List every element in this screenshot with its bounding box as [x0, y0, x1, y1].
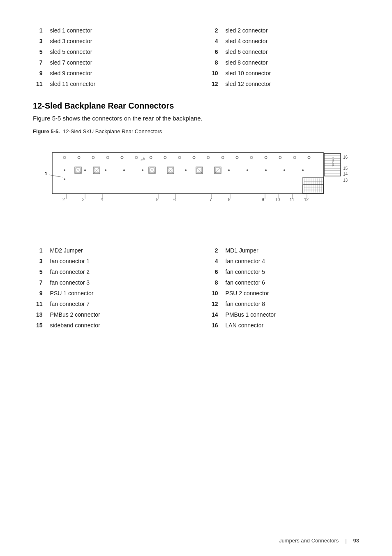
list-num: 11 [34, 79, 47, 89]
list-num: 1 [34, 246, 47, 255]
svg-point-1 [63, 156, 66, 159]
svg-text:1: 1 [45, 171, 47, 176]
svg-point-49 [142, 169, 143, 171]
svg-point-51 [228, 169, 230, 171]
list-label: fan connector 3 [48, 278, 183, 287]
list-label: sideband connector [48, 320, 183, 330]
bottom-connector-table: 1 MD2 Jumper 2 MD1 Jumper 3 fan connecto… [33, 245, 359, 331]
svg-text:13: 13 [343, 178, 348, 183]
svg-text:12: 12 [304, 197, 309, 202]
list-num: 10 [209, 288, 222, 298]
svg-point-7 [150, 156, 152, 159]
svg-point-50 [185, 169, 187, 171]
list-label: sled 10 connector [223, 68, 358, 78]
list-num: 2 [209, 246, 222, 255]
list-num: 8 [209, 278, 222, 287]
list-label: sled 9 connector [48, 68, 183, 78]
page-footer: Jumpers and Connectors | 93 [0, 537, 392, 544]
page-number: 93 [353, 537, 359, 544]
list-num: 6 [209, 47, 222, 57]
list-label: sled 11 connector [48, 79, 183, 89]
list-num: 12 [209, 299, 222, 309]
list-label: fan connector 8 [223, 299, 358, 309]
svg-text:2: 2 [62, 197, 65, 202]
svg-point-55 [302, 169, 304, 171]
svg-text:10: 10 [275, 197, 280, 202]
list-num: 7 [34, 278, 47, 287]
list-label: LAN connector [223, 320, 358, 330]
svg-point-48 [123, 169, 125, 171]
list-label: sled 3 connector [48, 36, 183, 46]
list-num: 7 [34, 58, 47, 67]
svg-point-18 [308, 156, 310, 159]
section-heading: 12-Sled Backplane Rear Connectors [33, 101, 359, 111]
list-num: 14 [209, 310, 222, 320]
list-num: 3 [34, 256, 47, 266]
svg-text:4: 4 [101, 197, 103, 202]
list-num: 15 [34, 320, 47, 330]
list-label: sled 8 connector [223, 58, 358, 67]
figure-caption: Figure 5-5. 12-Sled SKU Backplane Rear C… [33, 128, 359, 134]
svg-point-6 [135, 156, 138, 159]
intro-text: Figure 5-5 shows the connectors on the r… [33, 115, 359, 122]
svg-point-5 [121, 156, 123, 159]
list-label: fan connector 2 [48, 267, 183, 277]
svg-point-11 [207, 156, 210, 159]
svg-line-82 [49, 175, 62, 177]
svg-text:11: 11 [290, 197, 295, 202]
list-num: 5 [34, 267, 47, 277]
list-label: sled 6 connector [223, 47, 358, 57]
svg-text:HMERS: HMERS [332, 158, 334, 167]
list-label: fan connector 6 [223, 278, 358, 287]
svg-point-17 [293, 156, 296, 159]
list-num: 2 [209, 25, 222, 35]
list-num: 11 [34, 299, 47, 309]
list-label: sled 7 connector [48, 58, 183, 67]
list-label: fan connector 7 [48, 299, 183, 309]
list-num: 1 [34, 25, 47, 35]
list-label: PSU 2 connector [223, 288, 358, 298]
list-label: sled 1 connector [48, 25, 183, 35]
list-label: PMBus 2 connector [48, 310, 183, 320]
svg-point-8 [164, 156, 166, 159]
svg-point-2 [78, 156, 80, 159]
list-num: 5 [34, 47, 47, 57]
footer-text: Jumpers and Connectors [279, 537, 339, 544]
top-connector-table: 1 sled 1 connector 2 sled 2 connector 3 … [33, 25, 359, 90]
list-num: 3 [34, 36, 47, 46]
list-label: fan connector 4 [223, 256, 358, 266]
figure-container: Top [33, 140, 359, 235]
list-num: 6 [209, 267, 222, 277]
svg-text:9: 9 [262, 197, 264, 202]
list-num: 4 [209, 36, 222, 46]
svg-text:Top: Top [140, 157, 146, 162]
svg-point-12 [221, 156, 224, 159]
svg-point-10 [193, 156, 195, 159]
list-num: 13 [34, 310, 47, 320]
svg-point-45 [64, 178, 65, 180]
list-label: MD1 Jumper [223, 246, 358, 255]
svg-point-44 [64, 169, 65, 171]
list-num: 10 [209, 68, 222, 78]
list-label: fan connector 5 [223, 267, 358, 277]
list-label: PMBus 1 connector [223, 310, 358, 320]
svg-point-53 [265, 169, 267, 171]
list-label: sled 2 connector [223, 25, 358, 35]
svg-point-54 [284, 169, 285, 171]
list-label: PSU 1 connector [48, 288, 183, 298]
list-num: 8 [209, 58, 222, 67]
list-label: sled 12 connector [223, 79, 358, 89]
svg-point-47 [105, 169, 106, 171]
backplane-diagram: Top [40, 140, 352, 235]
svg-point-16 [279, 156, 281, 159]
svg-point-9 [178, 156, 181, 159]
list-label: sled 5 connector [48, 47, 183, 57]
list-label: sled 4 connector [223, 36, 358, 46]
svg-point-15 [265, 156, 267, 159]
list-label: fan connector 1 [48, 256, 183, 266]
svg-point-4 [106, 156, 109, 159]
svg-point-13 [236, 156, 238, 159]
list-num: 4 [209, 256, 222, 266]
list-num: 16 [209, 320, 222, 330]
svg-point-14 [250, 156, 253, 159]
